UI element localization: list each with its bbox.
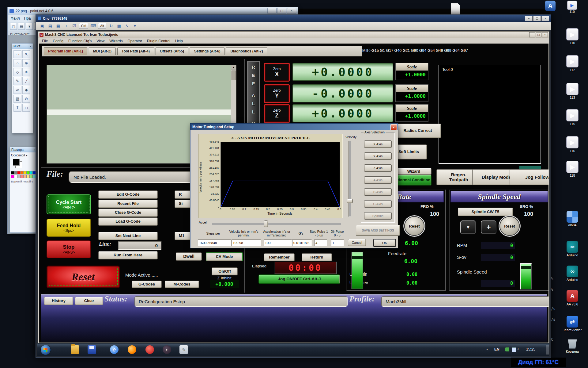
zoom-icon[interactable]: ⊕ [22,59,30,67]
clear-button[interactable]: Clear [75,297,103,305]
spindle-down-button[interactable]: ▼ [460,220,476,234]
z-axis-dro[interactable]: +0.0000 [292,104,393,122]
palette-mode-select[interactable]: Основной [11,154,25,157]
close-icon[interactable]: × [34,148,35,151]
paint-menu-item[interactable]: Пра [24,16,31,21]
save-icon[interactable] [88,345,96,354]
velocity-input[interactable] [232,240,261,246]
spindle-cw-button[interactable]: Spindle CW F5 [458,208,513,216]
cancel-button[interactable]: Cancel [348,239,366,246]
tray-monitor-icon[interactable] [512,347,516,352]
x-scale-dro[interactable]: Scale +1.0000 [395,63,428,80]
axis-button-z-axis[interactable]: Z Axis [364,164,392,172]
rect-select-icon[interactable]: ▭ [13,50,21,58]
wizard-green-button[interactable]: Normal Condition [396,175,432,186]
paint-titlebar[interactable]: 22.png - paint.net 4.0.6 [8,7,298,15]
primary-color-swatch[interactable] [13,159,20,166]
tray-green-icon[interactable] [505,347,509,351]
desktop-icon-110[interactable]: ▶110 [559,28,586,45]
paint-menu-item[interactable]: Файл [11,16,20,21]
desktop-icon-112[interactable]: ▶112 [559,55,586,72]
accel-slider-thumb[interactable] [264,220,268,227]
reset-button[interactable]: Reset [47,266,120,288]
refresh-icon[interactable]: ↻ [108,23,114,29]
return-button[interactable]: Return [302,253,332,261]
remote-titlebar[interactable]: Cnc=77395148 [36,15,551,22]
sound-icon[interactable]: ♪ [63,23,69,29]
radius-correct-button[interactable]: Radius Correct [394,124,441,138]
spindle-reset-button[interactable]: Reset [499,216,520,236]
gs-input[interactable] [292,240,312,246]
clock[interactable]: 15:25 [526,347,535,351]
desktop-icon-116[interactable]: ▶116 [559,136,586,153]
run-from-here-button[interactable]: Run From Here [98,251,158,259]
elapsed-dro[interactable]: 00:00 [274,262,337,274]
close-icon[interactable] [287,8,296,14]
dropdown-caret[interactable]: ▾ [132,23,138,29]
firefox-icon[interactable] [128,345,136,354]
media-icon[interactable]: ▸ [163,345,171,354]
menu-function-cfg-s[interactable]: Function Cfg's [66,39,94,43]
sro-value[interactable]: 100 [524,211,533,217]
dialog-titlebar[interactable]: Motor Tuning and Setup [190,124,398,130]
y-axis-dro[interactable]: -0.0000 [292,84,393,102]
desktop-icon-Arduino[interactable]: ∞Arduino [559,241,586,257]
tab-4[interactable]: Offsets (Alt-5) [156,47,188,55]
step-pulse-input[interactable] [314,240,327,246]
velocity-slider-thumb[interactable] [347,199,353,203]
menu-operator[interactable]: Operator [125,39,145,43]
brush-icon[interactable]: ╱ [22,77,30,85]
move-icon[interactable]: ↖ [22,50,30,58]
units-min-dro[interactable]: 0.00 [397,272,417,277]
spindle-slider[interactable] [520,263,532,289]
tray-caret-icon[interactable]: ▴ [486,347,488,351]
zero-x-button[interactable]: Zero X [264,63,290,82]
close-icon[interactable]: × [390,124,397,130]
tray-volume-icon[interactable]: ♪ [517,347,519,351]
menu-file[interactable]: File [40,39,50,43]
layout-icon[interactable]: ▩ [116,23,122,29]
cv-mode-button[interactable]: CV Mode [206,252,243,261]
load-gcode-button[interactable]: Load G-Code [98,217,158,226]
edit-gcode-button[interactable]: Edit G-Code [98,190,158,199]
jog-onoff-button[interactable]: Jog ON/OFF Ctrl-Alt-J [258,274,340,284]
recent-file-button[interactable]: Recent File [98,200,158,208]
fro-slider[interactable] [352,252,363,289]
browser-icon[interactable]: e [110,345,119,354]
desktop-icon-TeamViewer[interactable]: ⇄TeamViewer [559,316,586,332]
units-rev-dro[interactable]: 0.00 [397,280,417,286]
set-next-line-button[interactable]: Set Next Line [98,232,158,240]
scale-value[interactable]: +1.0000 [396,112,428,120]
onoff-button[interactable]: On/Off [212,267,238,275]
minimize-icon[interactable] [267,8,277,14]
axis-button-y-axis[interactable]: Y Axis [364,152,392,160]
axis-button-a-axis[interactable]: A Axis [364,176,392,184]
maximize-icon[interactable] [277,8,286,14]
opera-icon[interactable] [145,345,154,354]
gradient-icon[interactable]: ▨ [13,95,21,103]
accel-slider-track[interactable] [212,223,341,225]
ok-button[interactable]: OK [373,239,396,247]
acceleration-input[interactable] [264,240,292,246]
fro-reset-button[interactable]: Reset [404,216,424,236]
clone-stamp-icon[interactable]: ⊙ [22,95,30,103]
sov-dro[interactable]: 0 [481,254,515,261]
app-a-icon[interactable]: A [545,1,556,11]
desktop-icon-alb84[interactable]: alb84 [559,211,586,227]
close-gcode-button[interactable]: Close G-Code [98,209,158,217]
axis-button-b-axis[interactable]: B Axis [364,188,392,196]
scroll-up-icon[interactable]: ▲ [231,65,236,70]
desktop-icon-118[interactable]: ▶118 [559,161,586,177]
tab-1[interactable]: Program Run (Alt-1) [44,47,87,55]
line-number-dro[interactable]: 0 [118,241,161,250]
menu-plugin-control[interactable]: PlugIn Control [145,39,173,43]
spindle-up-button[interactable]: + [481,220,496,234]
rpm-dro[interactable]: 0 [481,242,515,249]
alt-key[interactable]: Alt [98,23,106,29]
feed-hold-button[interactable]: Feed Hold <Spc> [47,219,91,237]
x-axis-dro[interactable]: +0.0000 [292,63,393,81]
language-indicator[interactable]: EN [494,347,499,351]
menu-view[interactable]: View [94,39,107,43]
grid-icon[interactable]: ▦ [55,23,61,29]
screen-icon[interactable]: ▣ [39,23,45,29]
